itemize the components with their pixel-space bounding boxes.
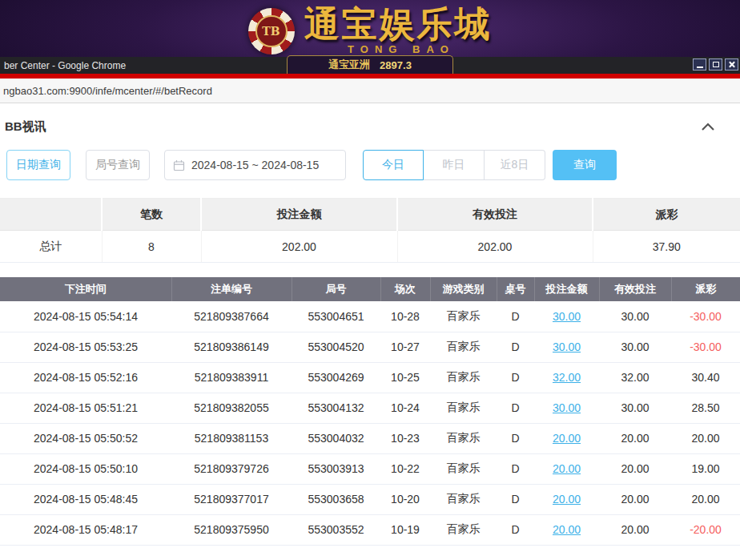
- col-session: 场次: [380, 277, 430, 301]
- cell-payout: 28.50: [671, 393, 740, 423]
- col-payout: 派彩: [671, 277, 740, 301]
- cell-session: 10-19: [380, 514, 430, 545]
- minimize-icon: [697, 66, 703, 68]
- bet-amount-link[interactable]: 32.00: [553, 371, 581, 384]
- cell-payout: 20.00: [671, 423, 740, 453]
- table-row: 2024-08-15 05:50:52 521809381153 5530040…: [0, 423, 740, 453]
- cell-bet-time: 2024-08-15 05:48:45: [0, 484, 171, 514]
- section-header: BB视讯: [0, 103, 740, 137]
- summary-total-label: 总计: [0, 231, 102, 263]
- cell-bet-id: 521809387664: [171, 301, 292, 332]
- cell-bet-time: 2024-08-15 05:50:52: [0, 423, 171, 453]
- cell-table-code: D: [497, 301, 534, 332]
- window-controls: [693, 58, 738, 71]
- cell-payout: -30.00: [671, 301, 740, 332]
- bet-amount-link[interactable]: 20.00: [553, 432, 581, 445]
- col-table-code: 桌号: [497, 277, 534, 301]
- col-round-id: 局号: [292, 277, 380, 301]
- summary-total-row: 总计 8 202.00 202.00 37.90: [0, 231, 740, 263]
- cell-payout: 20.00: [671, 484, 740, 514]
- cell-table-code: D: [497, 362, 534, 393]
- minimize-button[interactable]: [693, 58, 706, 71]
- bet-amount-link[interactable]: 20.00: [553, 462, 581, 475]
- summary-header-row: 笔数 投注金额 有效投注 派彩: [0, 199, 740, 231]
- logo-english-text: TONG BAO: [304, 43, 493, 55]
- table-row: 2024-08-15 05:50:10 521809379726 5530039…: [0, 453, 740, 484]
- today-button[interactable]: 今日: [363, 150, 424, 180]
- cell-valid-bet: 30.00: [599, 301, 671, 332]
- table-row: 2024-08-15 05:54:14 521809387664 5530046…: [0, 301, 740, 332]
- summary-col-payout: 派彩: [593, 199, 740, 231]
- summary-col-count: 笔数: [102, 199, 201, 231]
- cell-game-type: 百家乐: [430, 393, 497, 423]
- search-button[interactable]: 查询: [553, 150, 617, 180]
- last8days-button[interactable]: 近8日: [485, 150, 545, 180]
- bet-record-page: BB视讯 日期查询 局号查询 2024-08-15 ~ 2024-08-15 今…: [0, 103, 740, 546]
- logo-chinese-text: 通宝娱乐城: [304, 6, 493, 42]
- table-row: 2024-08-15 05:48:17 521809375950 5530035…: [0, 514, 740, 545]
- col-game-type: 游戏类别: [430, 277, 497, 301]
- cell-valid-bet: 30.00: [599, 332, 671, 362]
- cell-game-type: 百家乐: [430, 362, 497, 393]
- table-row: 2024-08-15 05:51:21 521809382055 5530041…: [0, 393, 740, 423]
- url-bar[interactable]: ngbao31.com:9900/infe/mcenter/#/betRecor…: [0, 79, 740, 103]
- cell-game-type: 百家乐: [430, 301, 497, 332]
- summary-table: 笔数 投注金额 有效投注 派彩 总计 8 202.00 202.00 37.90: [0, 198, 740, 263]
- collapse-chevron-up-icon[interactable]: [700, 121, 716, 132]
- bet-amount-link[interactable]: 30.00: [553, 310, 581, 323]
- cell-table-code: D: [497, 423, 534, 453]
- table-row: 2024-08-15 05:52:16 521809383911 5530042…: [0, 362, 740, 393]
- bet-table-header-row: 下注时间 注单编号 局号 场次 游戏类别 桌号 投注金额 有效投注 派彩: [0, 277, 740, 301]
- bet-record-table: 下注时间 注单编号 局号 场次 游戏类别 桌号 投注金额 有效投注 派彩 202…: [0, 277, 740, 546]
- bet-amount-link[interactable]: 20.00: [553, 523, 581, 536]
- date-range-input[interactable]: 2024-08-15 ~ 2024-08-15: [164, 150, 346, 180]
- bet-amount-link[interactable]: 20.00: [553, 493, 581, 506]
- cell-round-id: 553003913: [292, 453, 380, 484]
- cell-round-id: 553004520: [292, 332, 380, 362]
- cell-bet-id: 521809377017: [171, 484, 292, 514]
- cell-valid-bet: 20.00: [599, 514, 671, 545]
- quick-range-group: 今日 昨日 近8日: [363, 150, 545, 180]
- cell-bet-amount: 20.00: [534, 423, 599, 453]
- cell-round-id: 553004032: [292, 423, 380, 453]
- cell-bet-time: 2024-08-15 05:50:10: [0, 453, 171, 484]
- logo-text-block: 通宝娱乐城 TONG BAO: [304, 6, 493, 55]
- filter-toolbar: 日期查询 局号查询 2024-08-15 ~ 2024-08-15 今日 昨日 …: [6, 150, 740, 180]
- close-button[interactable]: [725, 58, 738, 71]
- round-query-button[interactable]: 局号查询: [86, 150, 150, 180]
- section-title: BB视讯: [5, 119, 46, 135]
- summary-col-valid-bet: 有效投注: [397, 199, 593, 231]
- cell-game-type: 百家乐: [430, 332, 497, 362]
- col-bet-amount: 投注金额: [534, 277, 599, 301]
- chip-tb-monogram: TB: [255, 15, 288, 47]
- bet-amount-link[interactable]: 30.00: [553, 340, 581, 353]
- balance-label: 通宝亚洲: [328, 58, 370, 72]
- cell-session: 10-22: [380, 453, 430, 484]
- cell-game-type: 百家乐: [430, 484, 497, 514]
- summary-bet-total: 202.00: [201, 231, 397, 263]
- cell-bet-amount: 30.00: [534, 301, 599, 332]
- cell-payout: 30.40: [671, 362, 740, 393]
- cell-table-code: D: [497, 484, 534, 514]
- cell-table-code: D: [497, 332, 534, 362]
- cell-valid-bet: 20.00: [599, 484, 671, 514]
- cell-game-type: 百家乐: [430, 423, 497, 453]
- date-range-value: 2024-08-15 ~ 2024-08-15: [191, 159, 319, 171]
- bet-amount-link[interactable]: 30.00: [553, 401, 581, 414]
- cell-bet-amount: 20.00: [534, 453, 599, 484]
- cell-valid-bet: 32.00: [599, 362, 671, 393]
- cell-session: 10-28: [380, 301, 430, 332]
- yesterday-button[interactable]: 昨日: [424, 150, 485, 180]
- summary-col-empty: [0, 199, 102, 231]
- browser-titlebar: ber Center - Google Chrome 通宝亚洲 2897.3: [0, 57, 740, 74]
- balance-display: 通宝亚洲 2897.3: [287, 55, 453, 74]
- summary-payout-total: 37.90: [593, 231, 740, 263]
- date-query-button[interactable]: 日期查询: [6, 150, 70, 180]
- maximize-icon: [713, 62, 719, 67]
- calendar-icon: [173, 159, 185, 171]
- cell-bet-amount: 30.00: [534, 332, 599, 362]
- maximize-button[interactable]: [709, 58, 722, 71]
- cell-bet-time: 2024-08-15 05:53:25: [0, 332, 171, 362]
- cell-valid-bet: 20.00: [599, 423, 671, 453]
- close-icon: [728, 61, 735, 68]
